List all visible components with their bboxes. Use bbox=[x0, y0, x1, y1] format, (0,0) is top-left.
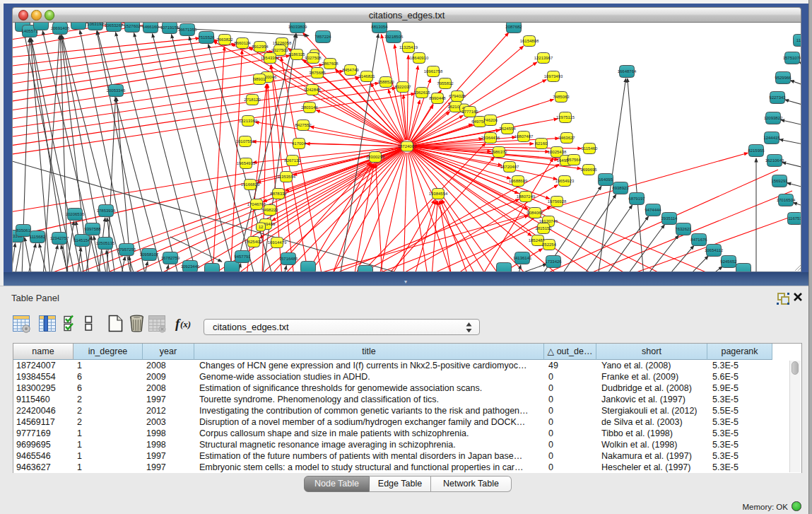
svg-text:8322037: 8322037 bbox=[394, 85, 411, 89]
svg-text:1733426: 1733426 bbox=[545, 259, 562, 264]
svg-text:957564: 957564 bbox=[567, 158, 582, 162]
svg-text:15720407: 15720407 bbox=[500, 165, 519, 169]
svg-text:6879197: 6879197 bbox=[628, 197, 645, 201]
svg-text:15751074: 15751074 bbox=[783, 56, 801, 60]
svg-text:19654923: 19654923 bbox=[555, 179, 575, 183]
svg-text:16671355: 16671355 bbox=[178, 28, 197, 32]
svg-text:10688609: 10688609 bbox=[509, 179, 528, 183]
svg-text:9115460: 9115460 bbox=[582, 146, 599, 151]
svg-text:19654935: 19654935 bbox=[237, 161, 256, 165]
svg-text:9227343: 9227343 bbox=[769, 95, 786, 100]
svg-text:9457791: 9457791 bbox=[234, 255, 251, 259]
svg-text:8215955: 8215955 bbox=[748, 148, 765, 153]
svg-text:9397588: 9397588 bbox=[84, 227, 101, 231]
svg-text:7485063: 7485063 bbox=[553, 95, 570, 99]
svg-text:8427552: 8427552 bbox=[295, 123, 312, 127]
svg-text:16543362: 16543362 bbox=[261, 56, 280, 60]
svg-text:7663822: 7663822 bbox=[216, 37, 233, 42]
svg-text:16648764: 16648764 bbox=[618, 69, 637, 74]
svg-text:10653267: 10653267 bbox=[105, 23, 124, 28]
svg-text:8186325: 8186325 bbox=[288, 52, 305, 57]
svg-text:20364436: 20364436 bbox=[481, 136, 500, 140]
svg-text:19218506: 19218506 bbox=[384, 35, 404, 39]
svg-text:8660124: 8660124 bbox=[234, 41, 251, 45]
svg-text:19384554: 19384554 bbox=[429, 192, 448, 196]
svg-text:1588520: 1588520 bbox=[377, 80, 394, 84]
svg-text:16033809: 16033809 bbox=[288, 25, 307, 29]
svg-text:12213967: 12213967 bbox=[534, 56, 553, 60]
svg-text:12975115: 12975115 bbox=[556, 115, 575, 119]
svg-text:10973493: 10973493 bbox=[544, 74, 563, 78]
svg-text:19756928: 19756928 bbox=[548, 199, 567, 204]
svg-text:417004: 417004 bbox=[292, 141, 307, 146]
svg-text:8454749: 8454749 bbox=[342, 68, 359, 72]
svg-text:20053346: 20053346 bbox=[107, 88, 126, 93]
svg-text:9699695: 9699695 bbox=[580, 168, 597, 172]
svg-text:20691406: 20691406 bbox=[51, 26, 70, 30]
svg-text:3624554: 3624554 bbox=[499, 127, 516, 131]
svg-text:1244415: 1244415 bbox=[763, 136, 780, 140]
svg-text:11353594: 11353594 bbox=[277, 175, 296, 179]
svg-text:8912954: 8912954 bbox=[252, 45, 269, 49]
svg-text:8267130: 8267130 bbox=[284, 158, 301, 163]
svg-text:9777169: 9777169 bbox=[461, 110, 478, 114]
svg-text:16782759: 16782759 bbox=[161, 256, 180, 260]
svg-text:8878332: 8878332 bbox=[270, 192, 287, 196]
svg-text:17853936: 17853936 bbox=[97, 209, 116, 213]
svg-text:8813054: 8813054 bbox=[371, 25, 388, 29]
svg-text:10719155: 10719155 bbox=[160, 25, 180, 30]
svg-text:2087682: 2087682 bbox=[505, 25, 522, 29]
svg-text:9529966: 9529966 bbox=[775, 76, 792, 80]
svg-text:1815152: 1815152 bbox=[535, 226, 552, 230]
svg-text:12093822: 12093822 bbox=[764, 116, 783, 120]
svg-text:2867608: 2867608 bbox=[322, 62, 339, 66]
svg-text:252254: 252254 bbox=[542, 243, 557, 247]
svg-text:2718120: 2718120 bbox=[244, 98, 261, 102]
svg-text:7625402: 7625402 bbox=[245, 240, 262, 244]
svg-text:15716485: 15716485 bbox=[279, 257, 298, 261]
svg-text:835061: 835061 bbox=[16, 228, 31, 233]
svg-text:10025438: 10025438 bbox=[548, 150, 567, 154]
svg-text:18300295: 18300295 bbox=[366, 155, 385, 159]
svg-text:1115682: 1115682 bbox=[30, 235, 46, 239]
svg-text:5498222: 5498222 bbox=[261, 208, 278, 212]
svg-text:9463627: 9463627 bbox=[558, 136, 575, 140]
svg-text:7986372: 7986372 bbox=[490, 150, 507, 154]
svg-text:8990448: 8990448 bbox=[429, 96, 446, 100]
svg-text:1362615: 1362615 bbox=[413, 90, 430, 95]
svg-text:20206536: 20206536 bbox=[66, 212, 85, 216]
svg-text:7857224: 7857224 bbox=[314, 35, 331, 39]
svg-text:12505135: 12505135 bbox=[96, 241, 115, 245]
svg-text:9084067: 9084067 bbox=[526, 211, 543, 215]
svg-text:8471676: 8471676 bbox=[690, 238, 707, 242]
svg-text:16154808: 16154808 bbox=[520, 39, 539, 43]
svg-text:10654112: 10654112 bbox=[705, 248, 724, 252]
svg-text:6466160: 6466160 bbox=[142, 25, 159, 29]
svg-text:16914479: 16914479 bbox=[268, 240, 287, 245]
svg-text:1145154: 1145154 bbox=[74, 238, 91, 243]
svg-text:1527602: 1527602 bbox=[124, 24, 141, 28]
svg-text:9474444: 9474444 bbox=[645, 208, 661, 212]
svg-text:12213369: 12213369 bbox=[239, 119, 258, 123]
svg-text:98901: 98901 bbox=[254, 77, 266, 81]
svg-text:3875685: 3875685 bbox=[309, 71, 326, 75]
svg-text:(x): (x) bbox=[180, 319, 191, 329]
svg-text:1063192: 1063192 bbox=[87, 23, 104, 26]
svg-text:1569291: 1569291 bbox=[771, 179, 788, 183]
svg-text:6794028: 6794028 bbox=[449, 94, 466, 98]
svg-text:14136141: 14136141 bbox=[513, 256, 532, 260]
svg-text:2803144: 2803144 bbox=[301, 105, 318, 110]
svg-text:9245652: 9245652 bbox=[720, 259, 737, 264]
svg-text:7515526: 7515526 bbox=[198, 35, 215, 40]
svg-text:1117: 1117 bbox=[796, 38, 801, 42]
svg-text:9327503: 9327503 bbox=[271, 48, 288, 52]
svg-text:16210643: 16210643 bbox=[765, 158, 784, 163]
svg-text:9242848: 9242848 bbox=[304, 88, 321, 92]
svg-text:18724007: 18724007 bbox=[398, 144, 417, 148]
svg-text:8938923: 8938923 bbox=[612, 186, 629, 190]
svg-text:12342757: 12342757 bbox=[50, 236, 69, 240]
svg-text:164095: 164095 bbox=[599, 177, 613, 182]
svg-text:10807487: 10807487 bbox=[514, 134, 534, 139]
svg-text:746206: 746206 bbox=[483, 118, 498, 122]
svg-text:17016504: 17016504 bbox=[777, 198, 796, 202]
